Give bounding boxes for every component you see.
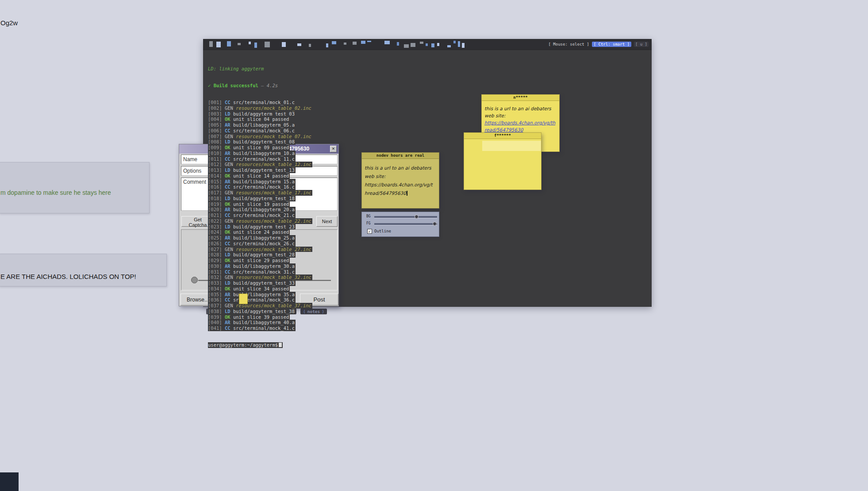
terminal-line: [039] OK unit slice 39 passed bbox=[208, 314, 312, 320]
note-body[interactable]: this is a url to an ai debatersweb site:… bbox=[482, 101, 559, 137]
desktop-note-dopamine-text: m dopamine to make sure he stays here bbox=[0, 189, 111, 196]
fg-slider-knob[interactable] bbox=[433, 222, 437, 226]
terminal-line: [035] AR build/libaggyterm_35.a bbox=[208, 292, 312, 298]
taskbar-corner[interactable] bbox=[0, 472, 19, 491]
statusbar-tile bbox=[458, 41, 460, 47]
terminal-line: [027] GEN resources/mock_table_27.inc bbox=[208, 247, 312, 252]
statusbar-tile bbox=[309, 44, 311, 47]
terminal-line: [037] GEN resources/mock_table_37.inc bbox=[208, 303, 312, 309]
statusbar-tile bbox=[209, 41, 213, 47]
bg-slider-track[interactable] bbox=[374, 216, 437, 218]
outline-checkbox[interactable]: ✓ bbox=[367, 229, 372, 234]
statusbar-tile bbox=[344, 43, 346, 45]
desktop-note-aichads-text: E ARE THE AICHADS. LOLICHADS ON TOP! bbox=[0, 273, 136, 280]
terminal-line: [032] GEN resources/mock_table_32.inc bbox=[208, 274, 312, 280]
terminal-line: [011] CC src/terminal/mock_11.c bbox=[208, 156, 312, 162]
terminal-line: [007] GEN resources/mock_table_07.inc bbox=[208, 134, 312, 139]
statusbar-tile bbox=[238, 43, 241, 45]
note-link[interactable]: https://boards.4chan.org/vg/th bbox=[484, 119, 557, 126]
u-badge[interactable]: [ u ] bbox=[634, 42, 649, 47]
minimized-sticky-note[interactable] bbox=[239, 294, 248, 304]
terminal-line: [014] OK unit slice 14 passed bbox=[208, 173, 312, 179]
terminal-line: [004] OK unit slice 04 passed bbox=[208, 116, 312, 122]
terminal-line: [024] OK unit slice 24 passed bbox=[208, 229, 312, 235]
bg-label: BG bbox=[366, 214, 371, 218]
terminal-line: [018] LD build/aggyterm_test_18 bbox=[208, 196, 312, 201]
terminal-line: [034] OK unit slice 34 passed bbox=[208, 286, 312, 292]
statusbar-tile bbox=[420, 42, 423, 44]
outline-label: Outline bbox=[374, 229, 391, 233]
note-title[interactable]: n***** bbox=[482, 95, 559, 101]
terminal-line: [026] CC src/terminal/mock_26.c bbox=[208, 241, 312, 247]
terminal-line: [015] AR build/libaggyterm_15.a bbox=[208, 179, 312, 185]
terminal-line: [012] GEN resources/mock_table_12.inc bbox=[208, 162, 312, 167]
terminal-line: [006] CC src/terminal/mock_06.c bbox=[208, 128, 312, 134]
statusbar-tile bbox=[384, 41, 390, 44]
note-line: web site: bbox=[365, 174, 386, 179]
terminal-line: [030] AR build/libaggyterm_30.a bbox=[208, 263, 312, 269]
note-line: this is a url to an ai debaters bbox=[365, 165, 431, 170]
note-line: web site: bbox=[484, 113, 506, 118]
captcha-slider-knob[interactable] bbox=[191, 277, 198, 283]
close-button[interactable]: ✕ bbox=[330, 146, 337, 152]
terminal-line: [005] AR build/libaggyterm_05.a bbox=[208, 122, 312, 128]
statusbar-tile bbox=[453, 41, 456, 43]
terminal-prompt[interactable]: user@aggyterm:~/aggyterm$ bbox=[208, 342, 312, 348]
statusbar-tile bbox=[249, 42, 251, 44]
text-caret bbox=[407, 191, 407, 196]
terminal-line: [033] LD build/aggyterm_test_33 bbox=[208, 280, 312, 286]
terminal-line: [016] CC src/terminal/mock_16.c bbox=[208, 184, 312, 190]
prompt-cursor bbox=[279, 343, 282, 347]
statusbar-tile bbox=[367, 41, 371, 42]
note-highlight-region bbox=[482, 141, 541, 151]
note-line: hread/564795630 bbox=[365, 190, 406, 196]
terminal-line: [020] AR build/libaggyterm_20.a bbox=[208, 207, 312, 213]
terminal-line: [008] LD build/aggyterm_test_08 bbox=[208, 139, 312, 145]
terminal-line: [019] OK unit slice 19 passed bbox=[208, 201, 312, 207]
ctrl-mode-badge[interactable]: [ Ctrl: smart ] bbox=[592, 42, 631, 47]
mouse-mode-badge[interactable]: [ Mouse: select ] bbox=[549, 42, 589, 46]
terminal-line: [017] GEN resources/mock_table_17.inc bbox=[208, 190, 312, 196]
terminal-output: [001] CC src/terminal/mock_01.c[002] GEN… bbox=[208, 100, 312, 331]
statusbar-tile bbox=[297, 43, 301, 46]
fg-slider-track[interactable] bbox=[374, 223, 437, 225]
terminal-line: [021] CC src/terminal/mock_21.c bbox=[208, 213, 312, 218]
statusbar-tile bbox=[437, 43, 439, 46]
terminal-line: [010] AR build/libaggyterm_10.a bbox=[208, 151, 312, 156]
note-style-panel[interactable]: BG FG ✓ Outline bbox=[361, 212, 439, 237]
terminal-line: [040] AR build/libaggyterm_40.a bbox=[208, 320, 312, 325]
statusbar-tile bbox=[411, 43, 415, 47]
terminal-line: [001] CC src/terminal/mock_01.c bbox=[208, 100, 312, 105]
terminal-text-layer: LD: linking aggyterm ✓ Build successful … bbox=[208, 54, 312, 354]
note-body[interactable]: this is a url to an ai debatersweb site:… bbox=[362, 159, 439, 202]
sticky-note-olive[interactable]: nodev hours are real this is a url to an… bbox=[361, 152, 439, 209]
note-line: this is a url to an ai debaters bbox=[484, 106, 551, 111]
sticky-note-yellow-front[interactable]: f****** bbox=[464, 132, 542, 190]
next-button[interactable]: Next bbox=[316, 216, 338, 227]
note-title[interactable]: f****** bbox=[464, 133, 541, 139]
note-title[interactable]: nodev hours are real bbox=[362, 153, 439, 159]
desktop-note-dopamine[interactable]: m dopamine to make sure he stays here bbox=[0, 162, 150, 213]
terminal-line: [003] LD build/aggyterm_test_03 bbox=[208, 111, 312, 117]
build-status-line: LD: linking aggyterm bbox=[208, 66, 312, 72]
desktop-note-aichads[interactable]: E ARE THE AICHADS. LOLICHADS ON TOP! bbox=[0, 254, 167, 286]
statusbar-tile bbox=[397, 42, 399, 46]
terminal-line: [036] CC src/terminal/mock_36.c bbox=[208, 297, 312, 303]
statusbar-tile bbox=[462, 43, 465, 48]
statusbar-tile bbox=[404, 44, 409, 48]
terminal-line: [022] GEN resources/mock_table_22.inc bbox=[208, 218, 312, 224]
statusbar-tile bbox=[254, 43, 257, 48]
bg-slider-knob[interactable] bbox=[415, 215, 419, 219]
note-line: https://boards.4chan.org/vg/t bbox=[365, 182, 433, 187]
statusbar-tile bbox=[353, 42, 357, 45]
build-success-line: ✓ Build successful — 4.2s bbox=[208, 83, 312, 89]
terminal-line: [028] LD build/aggyterm_test_28 bbox=[208, 252, 312, 258]
statusbar-tile bbox=[447, 45, 451, 47]
terminal-line: [009] OK unit slice 09 passed bbox=[208, 145, 312, 151]
terminal-line: [038] LD build/aggyterm_test_38 bbox=[208, 309, 312, 314]
statusbar-tile bbox=[227, 41, 231, 46]
statusbar-tile bbox=[265, 42, 270, 47]
statusbar-tile bbox=[326, 43, 328, 47]
statusbar-tile bbox=[332, 41, 336, 44]
statusbar-tile bbox=[282, 42, 286, 47]
